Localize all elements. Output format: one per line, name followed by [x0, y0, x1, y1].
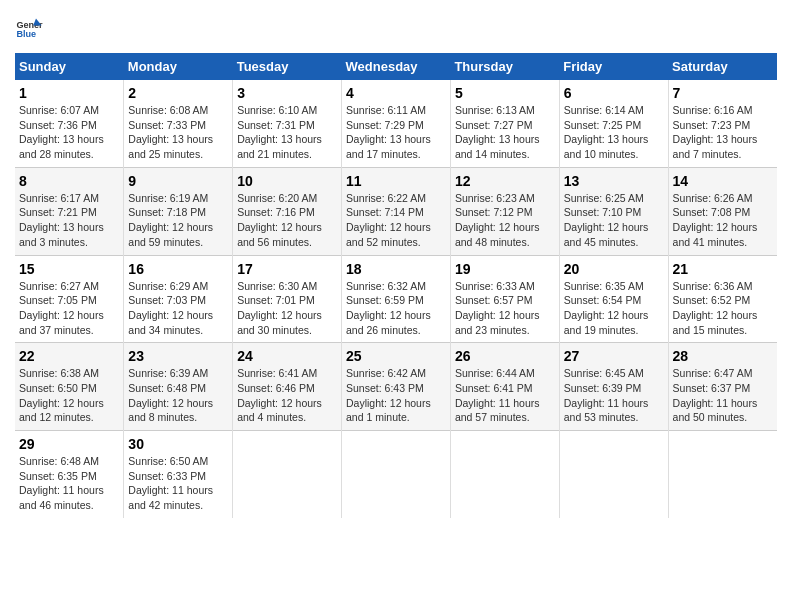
day-number: 11: [346, 173, 446, 189]
day-info: Sunrise: 6:29 AM Sunset: 7:03 PM Dayligh…: [128, 279, 228, 338]
day-number: 30: [128, 436, 228, 452]
day-info: Sunrise: 6:26 AM Sunset: 7:08 PM Dayligh…: [673, 191, 773, 250]
day-number: 22: [19, 348, 119, 364]
day-cell: [342, 431, 451, 518]
day-info: Sunrise: 6:44 AM Sunset: 6:41 PM Dayligh…: [455, 366, 555, 425]
day-info: Sunrise: 6:22 AM Sunset: 7:14 PM Dayligh…: [346, 191, 446, 250]
day-cell: 12Sunrise: 6:23 AM Sunset: 7:12 PM Dayli…: [450, 167, 559, 255]
day-info: Sunrise: 6:07 AM Sunset: 7:36 PM Dayligh…: [19, 103, 119, 162]
day-info: Sunrise: 6:39 AM Sunset: 6:48 PM Dayligh…: [128, 366, 228, 425]
day-number: 23: [128, 348, 228, 364]
col-wednesday: Wednesday: [342, 53, 451, 80]
day-number: 24: [237, 348, 337, 364]
day-cell: 8Sunrise: 6:17 AM Sunset: 7:21 PM Daylig…: [15, 167, 124, 255]
col-monday: Monday: [124, 53, 233, 80]
day-number: 25: [346, 348, 446, 364]
day-cell: 9Sunrise: 6:19 AM Sunset: 7:18 PM Daylig…: [124, 167, 233, 255]
day-info: Sunrise: 6:48 AM Sunset: 6:35 PM Dayligh…: [19, 454, 119, 513]
day-cell: 18Sunrise: 6:32 AM Sunset: 6:59 PM Dayli…: [342, 255, 451, 343]
day-info: Sunrise: 6:16 AM Sunset: 7:23 PM Dayligh…: [673, 103, 773, 162]
day-cell: 27Sunrise: 6:45 AM Sunset: 6:39 PM Dayli…: [559, 343, 668, 431]
week-row-2: 8Sunrise: 6:17 AM Sunset: 7:21 PM Daylig…: [15, 167, 777, 255]
day-number: 1: [19, 85, 119, 101]
day-info: Sunrise: 6:38 AM Sunset: 6:50 PM Dayligh…: [19, 366, 119, 425]
day-cell: 11Sunrise: 6:22 AM Sunset: 7:14 PM Dayli…: [342, 167, 451, 255]
week-row-3: 15Sunrise: 6:27 AM Sunset: 7:05 PM Dayli…: [15, 255, 777, 343]
day-number: 29: [19, 436, 119, 452]
day-info: Sunrise: 6:30 AM Sunset: 7:01 PM Dayligh…: [237, 279, 337, 338]
day-info: Sunrise: 6:11 AM Sunset: 7:29 PM Dayligh…: [346, 103, 446, 162]
calendar-table: Sunday Monday Tuesday Wednesday Thursday…: [15, 53, 777, 518]
day-info: Sunrise: 6:32 AM Sunset: 6:59 PM Dayligh…: [346, 279, 446, 338]
day-number: 5: [455, 85, 555, 101]
day-cell: [450, 431, 559, 518]
col-friday: Friday: [559, 53, 668, 80]
week-row-5: 29Sunrise: 6:48 AM Sunset: 6:35 PM Dayli…: [15, 431, 777, 518]
day-info: Sunrise: 6:47 AM Sunset: 6:37 PM Dayligh…: [673, 366, 773, 425]
col-tuesday: Tuesday: [233, 53, 342, 80]
day-number: 12: [455, 173, 555, 189]
svg-text:Blue: Blue: [16, 29, 36, 39]
day-cell: 26Sunrise: 6:44 AM Sunset: 6:41 PM Dayli…: [450, 343, 559, 431]
day-info: Sunrise: 6:42 AM Sunset: 6:43 PM Dayligh…: [346, 366, 446, 425]
day-number: 13: [564, 173, 664, 189]
day-info: Sunrise: 6:20 AM Sunset: 7:16 PM Dayligh…: [237, 191, 337, 250]
day-number: 26: [455, 348, 555, 364]
day-cell: 17Sunrise: 6:30 AM Sunset: 7:01 PM Dayli…: [233, 255, 342, 343]
day-cell: 22Sunrise: 6:38 AM Sunset: 6:50 PM Dayli…: [15, 343, 124, 431]
day-info: Sunrise: 6:13 AM Sunset: 7:27 PM Dayligh…: [455, 103, 555, 162]
day-info: Sunrise: 6:50 AM Sunset: 6:33 PM Dayligh…: [128, 454, 228, 513]
day-info: Sunrise: 6:23 AM Sunset: 7:12 PM Dayligh…: [455, 191, 555, 250]
day-number: 18: [346, 261, 446, 277]
day-info: Sunrise: 6:25 AM Sunset: 7:10 PM Dayligh…: [564, 191, 664, 250]
day-cell: [233, 431, 342, 518]
day-info: Sunrise: 6:10 AM Sunset: 7:31 PM Dayligh…: [237, 103, 337, 162]
day-number: 8: [19, 173, 119, 189]
day-cell: 5Sunrise: 6:13 AM Sunset: 7:27 PM Daylig…: [450, 80, 559, 167]
day-info: Sunrise: 6:35 AM Sunset: 6:54 PM Dayligh…: [564, 279, 664, 338]
logo-icon: General Blue: [15, 15, 43, 43]
day-number: 3: [237, 85, 337, 101]
day-number: 20: [564, 261, 664, 277]
day-number: 17: [237, 261, 337, 277]
day-number: 27: [564, 348, 664, 364]
day-info: Sunrise: 6:33 AM Sunset: 6:57 PM Dayligh…: [455, 279, 555, 338]
day-info: Sunrise: 6:17 AM Sunset: 7:21 PM Dayligh…: [19, 191, 119, 250]
day-cell: 2Sunrise: 6:08 AM Sunset: 7:33 PM Daylig…: [124, 80, 233, 167]
day-cell: 6Sunrise: 6:14 AM Sunset: 7:25 PM Daylig…: [559, 80, 668, 167]
logo: General Blue: [15, 15, 43, 43]
col-saturday: Saturday: [668, 53, 777, 80]
day-cell: 3Sunrise: 6:10 AM Sunset: 7:31 PM Daylig…: [233, 80, 342, 167]
day-cell: 20Sunrise: 6:35 AM Sunset: 6:54 PM Dayli…: [559, 255, 668, 343]
day-info: Sunrise: 6:19 AM Sunset: 7:18 PM Dayligh…: [128, 191, 228, 250]
day-info: Sunrise: 6:36 AM Sunset: 6:52 PM Dayligh…: [673, 279, 773, 338]
day-cell: 19Sunrise: 6:33 AM Sunset: 6:57 PM Dayli…: [450, 255, 559, 343]
day-number: 4: [346, 85, 446, 101]
day-number: 14: [673, 173, 773, 189]
col-sunday: Sunday: [15, 53, 124, 80]
day-cell: 10Sunrise: 6:20 AM Sunset: 7:16 PM Dayli…: [233, 167, 342, 255]
day-info: Sunrise: 6:27 AM Sunset: 7:05 PM Dayligh…: [19, 279, 119, 338]
day-cell: 24Sunrise: 6:41 AM Sunset: 6:46 PM Dayli…: [233, 343, 342, 431]
day-number: 15: [19, 261, 119, 277]
day-info: Sunrise: 6:45 AM Sunset: 6:39 PM Dayligh…: [564, 366, 664, 425]
week-row-1: 1Sunrise: 6:07 AM Sunset: 7:36 PM Daylig…: [15, 80, 777, 167]
day-cell: 29Sunrise: 6:48 AM Sunset: 6:35 PM Dayli…: [15, 431, 124, 518]
day-cell: 1Sunrise: 6:07 AM Sunset: 7:36 PM Daylig…: [15, 80, 124, 167]
day-cell: 23Sunrise: 6:39 AM Sunset: 6:48 PM Dayli…: [124, 343, 233, 431]
col-thursday: Thursday: [450, 53, 559, 80]
day-info: Sunrise: 6:14 AM Sunset: 7:25 PM Dayligh…: [564, 103, 664, 162]
day-number: 21: [673, 261, 773, 277]
day-number: 6: [564, 85, 664, 101]
day-cell: 21Sunrise: 6:36 AM Sunset: 6:52 PM Dayli…: [668, 255, 777, 343]
day-cell: 25Sunrise: 6:42 AM Sunset: 6:43 PM Dayli…: [342, 343, 451, 431]
day-cell: 7Sunrise: 6:16 AM Sunset: 7:23 PM Daylig…: [668, 80, 777, 167]
day-cell: 28Sunrise: 6:47 AM Sunset: 6:37 PM Dayli…: [668, 343, 777, 431]
day-cell: 14Sunrise: 6:26 AM Sunset: 7:08 PM Dayli…: [668, 167, 777, 255]
day-cell: 30Sunrise: 6:50 AM Sunset: 6:33 PM Dayli…: [124, 431, 233, 518]
calendar-body: 1Sunrise: 6:07 AM Sunset: 7:36 PM Daylig…: [15, 80, 777, 518]
day-number: 10: [237, 173, 337, 189]
day-info: Sunrise: 6:41 AM Sunset: 6:46 PM Dayligh…: [237, 366, 337, 425]
day-cell: [559, 431, 668, 518]
page-header: General Blue: [15, 15, 777, 43]
